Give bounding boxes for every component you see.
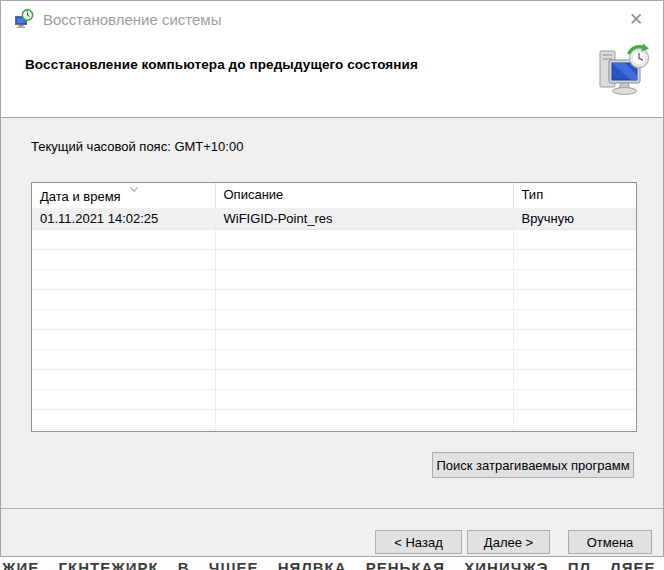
cell-description: WiFIGID-Point_res [215,208,513,229]
restore-points-rows: 01.11.2021 14:02:25 WiFIGID-Point_res Вр… [32,208,636,229]
cancel-button[interactable]: Отмена [568,530,652,554]
column-header-date[interactable]: Дата и время [32,183,215,208]
column-header-label: Дата и время [40,189,121,204]
empty-row [32,369,636,389]
system-restore-icon [14,9,34,29]
next-button[interactable]: Далее > [467,530,550,554]
system-restore-dialog: Восстановление системы ✕ Восстановление … [0,0,664,557]
empty-row [32,329,636,349]
cell-type: Вручную [513,208,636,229]
sort-indicator-icon [129,183,137,191]
column-header-label: Тип [522,187,544,202]
empty-row [32,249,636,269]
dialog-header: Восстановление компьютера до предыдущего… [1,37,663,118]
restore-points-list: Дата и время Описание Тип 01.11.2021 14:… [31,182,637,432]
empty-row [32,409,636,429]
titlebar: Восстановление системы ✕ [1,1,663,37]
empty-row [32,429,636,432]
restore-points-empty-rows [32,229,636,432]
restore-point-row-selected[interactable]: 01.11.2021 14:02:25 WiFIGID-Point_res Вр… [32,208,636,229]
empty-row [32,389,636,409]
table-header-row: Дата и время Описание Тип [32,183,636,208]
dialog-content: Текущий часовой пояс: GMT+10:00 Дата и в… [1,118,663,570]
column-header-label: Описание [224,187,284,202]
window-title: Восстановление системы [43,11,623,28]
empty-row [32,269,636,289]
restore-points-table: Дата и время Описание Тип 01.11.2021 14:… [32,183,636,432]
empty-row [32,229,636,249]
screen: { "window": { "title": "Восстановление с… [0,0,664,570]
column-header-type[interactable]: Тип [513,183,636,208]
background-page-strip: ЖИЕ ГКНТЕЖИРК В ЧШЕЕ НЯЛВКА РЕНЬКАЯ ХИНИ… [0,557,664,570]
close-icon[interactable]: ✕ [623,6,649,32]
empty-row [32,309,636,329]
footer-divider [1,508,663,509]
back-button[interactable]: < Назад [375,530,462,554]
scan-affected-programs-button[interactable]: Поиск затрагиваемых программ [432,452,634,478]
clipped-background-text: ЖИЕ ГКНТЕЖИРК В ЧШЕЕ НЯЛВКА РЕНЬКАЯ ХИНИ… [2,559,664,570]
restore-computer-clock-icon [595,43,653,99]
timezone-label: Текущий часовой пояс: GMT+10:00 [31,139,243,154]
cell-date: 01.11.2021 14:02:25 [32,208,215,229]
empty-row [32,289,636,309]
page-title: Восстановление компьютера до предыдущего… [25,57,418,72]
empty-row [32,349,636,369]
column-header-description[interactable]: Описание [215,183,513,208]
